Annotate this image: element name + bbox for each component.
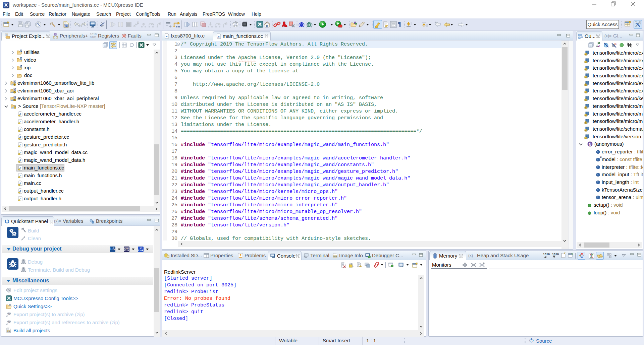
svg-text:N: N bbox=[589, 143, 591, 146]
svg-text:S: S bbox=[14, 91, 16, 93]
svg-text:!: ! bbox=[585, 130, 586, 132]
svg-text:!: ! bbox=[585, 54, 586, 56]
svg-text:.c: .c bbox=[217, 35, 220, 38]
svg-text:!: ! bbox=[585, 61, 586, 63]
svg-text:!: ! bbox=[585, 115, 586, 117]
svg-text:!: ! bbox=[585, 99, 586, 101]
svg-text:010: 010 bbox=[334, 256, 337, 258]
svg-text:C: C bbox=[20, 65, 22, 67]
svg-text:C: C bbox=[14, 88, 16, 90]
svg-text:S: S bbox=[614, 42, 616, 46]
svg-text:S: S bbox=[14, 83, 16, 86]
svg-text:P&E: P&E bbox=[125, 248, 129, 250]
svg-text:!: ! bbox=[585, 137, 586, 139]
svg-text:!: ! bbox=[585, 69, 586, 71]
svg-text:.c: .c bbox=[165, 35, 168, 38]
svg-text:Ø: Ø bbox=[8, 320, 10, 323]
svg-text:S: S bbox=[14, 99, 16, 101]
svg-text:010: 010 bbox=[64, 25, 68, 27]
svg-text:!: ! bbox=[585, 76, 586, 78]
svg-text:Ø: Ø bbox=[8, 312, 10, 315]
svg-text:!: ! bbox=[585, 122, 586, 124]
svg-text:!: ! bbox=[585, 107, 586, 109]
svg-text:!: ! bbox=[585, 91, 586, 93]
svg-text:!: ! bbox=[585, 84, 586, 86]
svg-text:C: C bbox=[14, 80, 16, 83]
svg-text:C: C bbox=[20, 57, 22, 60]
svg-text:010: 010 bbox=[8, 330, 11, 332]
svg-text:C: C bbox=[14, 96, 16, 98]
svg-text:C: C bbox=[20, 50, 22, 52]
